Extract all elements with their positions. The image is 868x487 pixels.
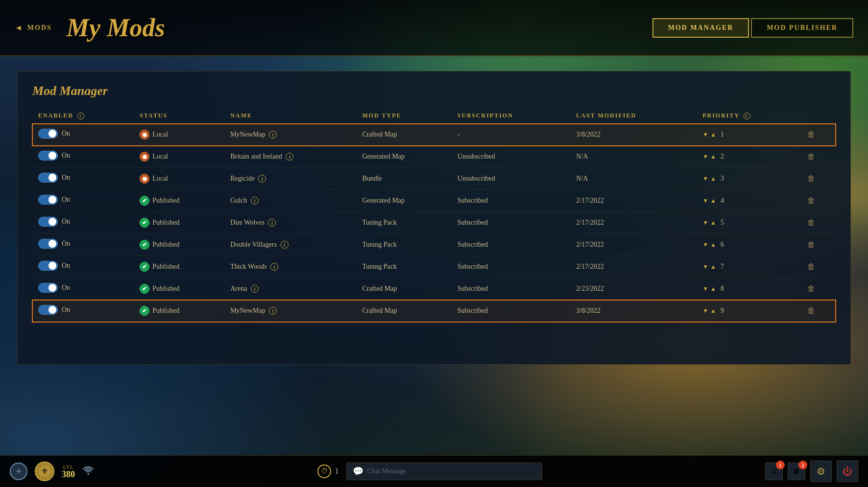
priority-up-arrow[interactable]: ▲ xyxy=(710,307,716,315)
enabled-info-icon[interactable]: i xyxy=(77,113,84,119)
add-button[interactable]: + xyxy=(10,463,27,480)
toggle-track[interactable] xyxy=(38,195,58,205)
toggle-track[interactable] xyxy=(38,151,58,161)
priority-down-arrow[interactable]: ▼ xyxy=(702,197,708,205)
status-badge: ◉ Local xyxy=(140,174,168,184)
delete-button[interactable]: 🗑 xyxy=(807,196,815,205)
toggle-track[interactable] xyxy=(38,217,58,227)
settings-button[interactable]: ⚙ xyxy=(810,461,832,482)
mod-info-icon[interactable]: i xyxy=(286,153,293,161)
subscription-cell: Subscribed xyxy=(452,234,570,256)
tab-mod-publisher[interactable]: MOD PUBLISHER xyxy=(751,18,853,38)
table-row: On ◉ Local Regicide i Bundle Unsubscribe… xyxy=(32,168,836,190)
subscription-cell: - xyxy=(452,124,570,146)
toggle-switch[interactable]: On xyxy=(38,305,70,315)
priority-up-arrow[interactable]: ▲ xyxy=(710,219,716,227)
status-icon: ◉ xyxy=(140,152,149,162)
mod-info-icon[interactable]: i xyxy=(268,219,276,227)
delete-button[interactable]: 🗑 xyxy=(807,262,815,271)
priority-up-arrow[interactable]: ▲ xyxy=(710,241,716,249)
priority-down-arrow[interactable]: ▼ xyxy=(702,241,708,249)
priority-info-icon[interactable]: i xyxy=(744,113,750,119)
mod-info-icon[interactable]: i xyxy=(251,197,259,205)
delete-button[interactable]: 🗑 xyxy=(807,240,815,249)
mod-info-icon[interactable]: i xyxy=(269,307,277,315)
subscription-label: Subscribed xyxy=(458,219,488,226)
priority-up-arrow[interactable]: ▲ xyxy=(710,131,716,139)
status-label: Local xyxy=(152,175,168,183)
notification-crown-icon[interactable]: ♛ 2 xyxy=(788,463,805,480)
delete-button[interactable]: 🗑 xyxy=(807,284,815,293)
priority-down-arrow[interactable]: ▼ xyxy=(702,307,708,315)
priority-down-arrow[interactable]: ▼ xyxy=(702,175,708,183)
player-level: LVL 380 xyxy=(62,464,75,479)
toggle-track[interactable] xyxy=(38,283,58,293)
toggle-switch[interactable]: On xyxy=(38,217,70,227)
delete-cell: 🗑 xyxy=(801,146,836,168)
priority-up-arrow[interactable]: ▲ xyxy=(710,197,716,205)
delete-button[interactable]: 🗑 xyxy=(807,174,815,183)
delete-button[interactable]: 🗑 xyxy=(807,130,815,139)
mod-info-icon[interactable]: i xyxy=(281,241,289,249)
priority-down-arrow[interactable]: ▼ xyxy=(702,263,708,271)
delete-cell: 🗑 xyxy=(801,124,836,146)
priority-down-arrow[interactable]: ▼ xyxy=(702,285,708,293)
mod-table: ENABLED i STATUS NAME MOD TYPE SUBSCRIPT… xyxy=(32,108,836,322)
name-cell: Gulch i xyxy=(224,190,356,212)
power-button[interactable]: ⏻ xyxy=(837,461,858,482)
toggle-track[interactable] xyxy=(38,261,58,271)
priority-down-arrow[interactable]: ▼ xyxy=(702,131,708,139)
toggle-track[interactable] xyxy=(38,305,58,315)
toggle-switch[interactable]: On xyxy=(38,173,70,183)
back-label: MODS xyxy=(27,24,52,32)
toggle-switch[interactable]: On xyxy=(38,283,70,293)
priority-up-arrow[interactable]: ▲ xyxy=(710,175,716,183)
notification-sword-icon[interactable]: ⚔ 1 xyxy=(765,463,783,480)
mod-type-cell: Crafted Map xyxy=(356,300,451,322)
last-modified-cell: 3/8/2022 xyxy=(570,124,697,146)
delete-button[interactable]: 🗑 xyxy=(807,218,815,227)
priority-down-arrow[interactable]: ▼ xyxy=(702,153,708,161)
enabled-cell: On xyxy=(32,278,134,300)
col-delete xyxy=(801,108,836,124)
status-badge: ✔ Published xyxy=(140,284,179,294)
mod-info-icon[interactable]: i xyxy=(269,131,277,139)
toggle-label: On xyxy=(62,306,70,314)
section-title: Mod Manager xyxy=(32,84,836,98)
delete-button[interactable]: 🗑 xyxy=(807,306,815,315)
toggle-switch[interactable]: On xyxy=(38,129,70,139)
status-icon: ✔ xyxy=(140,262,149,272)
toggle-track[interactable] xyxy=(38,129,58,139)
col-status: STATUS xyxy=(134,108,224,124)
mod-type-label: Crafted Map xyxy=(362,307,397,314)
toggle-switch[interactable]: On xyxy=(38,239,70,249)
toggle-label: On xyxy=(62,218,70,226)
priority-up-arrow[interactable]: ▲ xyxy=(710,263,716,271)
toggle-switch[interactable]: On xyxy=(38,151,70,161)
priority-up-arrow[interactable]: ▲ xyxy=(710,153,716,161)
mods-back-button[interactable]: ◄ MODS xyxy=(15,23,52,32)
toggle-switch[interactable]: On xyxy=(38,195,70,205)
tab-mod-manager[interactable]: MOD MANAGER xyxy=(652,18,749,38)
name-cell: MyNewMap i xyxy=(224,300,356,322)
chat-input[interactable]: 💬 Chat Message xyxy=(346,463,542,480)
col-enabled: ENABLED i xyxy=(32,108,134,124)
mod-info-icon[interactable]: i xyxy=(251,285,259,293)
status-icon: ◉ xyxy=(140,130,149,139)
subscription-label: Subscribed xyxy=(458,285,488,292)
priority-up-arrow[interactable]: ▲ xyxy=(710,285,716,293)
mod-info-icon[interactable]: i xyxy=(270,263,278,271)
mod-info-icon[interactable]: i xyxy=(258,175,266,183)
last-modified-date: N/A xyxy=(576,175,588,182)
mod-type-label: Bundle xyxy=(362,175,382,182)
mod-type-cell: Generated Map xyxy=(356,190,451,212)
toggle-switch[interactable]: On xyxy=(38,261,70,271)
delete-button[interactable]: 🗑 xyxy=(807,152,815,161)
taskbar-right: ⚔ 1 ♛ 2 ⚙ ⏻ xyxy=(765,461,858,482)
toggle-track[interactable] xyxy=(38,239,58,249)
priority-cell: ▼ ▲ 4 xyxy=(697,190,801,212)
subscription-cell: Unsubscribed xyxy=(452,146,570,168)
priority-down-arrow[interactable]: ▼ xyxy=(702,219,708,227)
toggle-track[interactable] xyxy=(38,173,58,183)
mod-type-label: Generated Map xyxy=(362,197,405,204)
